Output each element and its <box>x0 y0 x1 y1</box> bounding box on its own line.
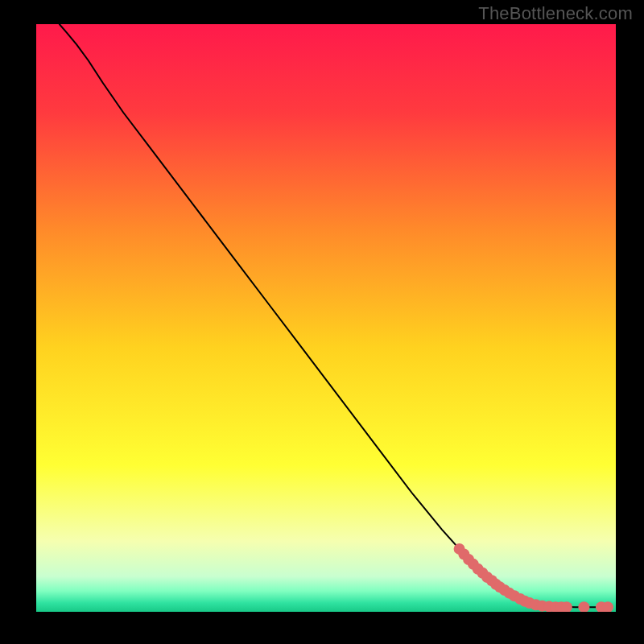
chart-plot-area <box>36 24 616 612</box>
chart-svg <box>36 24 616 612</box>
watermark-text: TheBottleneck.com <box>478 3 633 24</box>
chart-stage: TheBottleneck.com <box>0 0 644 644</box>
